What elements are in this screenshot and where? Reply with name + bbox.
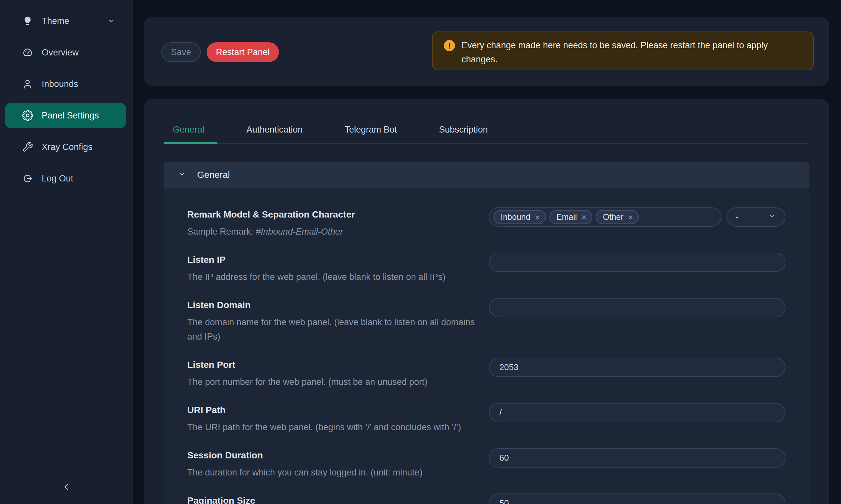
listen-ip-label: Listen IP [187, 253, 476, 267]
remark-model-label: Remark Model & Separation Character [187, 208, 476, 221]
uri-path-label: URI Path [187, 403, 476, 417]
general-panel-body: Remark Model & Separation Character Samp… [164, 188, 809, 504]
bulb-icon [22, 15, 33, 26]
settings-tabs: General Authentication Telegram Bot Subs… [164, 120, 809, 144]
sidebar-item-label: Theme [42, 16, 69, 26]
restart-panel-button[interactable]: Restart Panel [207, 42, 279, 62]
logout-icon [22, 173, 33, 184]
uri-path-input[interactable] [489, 403, 786, 422]
sidebar-collapse-button[interactable] [58, 480, 74, 496]
sidebar-item-label: Xray Configs [42, 142, 93, 152]
listen-ip-description: The IP address for the web panel. (leave… [187, 270, 476, 284]
session-duration-row: Session Duration The duration for which … [164, 448, 809, 480]
chevron-down-icon [177, 169, 187, 181]
pagination-size-input[interactable] [489, 493, 786, 504]
remark-model-row: Remark Model & Separation Character Samp… [164, 208, 809, 239]
separator-value: - [736, 212, 738, 222]
chevron-down-icon [106, 16, 116, 26]
sidebar-item-inbounds[interactable]: Inbounds [5, 71, 126, 97]
remove-tag-icon[interactable]: × [582, 213, 586, 221]
actions-card: Save Restart Panel ! Every change made h… [144, 17, 829, 86]
general-panel: General Remark Model & Separation Charac… [164, 162, 809, 504]
listen-domain-input[interactable] [489, 298, 786, 317]
remark-tag: Email × [549, 210, 593, 224]
sidebar-item-panel-settings[interactable]: Panel Settings [5, 103, 126, 128]
separator-select[interactable]: - [726, 208, 786, 227]
listen-domain-description: The domain name for the web panel. (leav… [187, 315, 476, 344]
tab-telegram-bot[interactable]: Telegram Bot [336, 120, 410, 143]
uri-path-description: The URI path for the web panel. (begins … [187, 420, 476, 434]
uri-path-row: URI Path The URI path for the web panel.… [164, 403, 809, 434]
tab-subscription[interactable]: Subscription [430, 120, 501, 143]
gear-icon [22, 110, 33, 121]
panel-title: General [197, 169, 230, 180]
alert-text: Every change made here needs to be saved… [462, 38, 802, 67]
remove-tag-icon[interactable]: × [535, 213, 540, 221]
restart-warning-alert: ! Every change made here needs to be sav… [432, 32, 814, 70]
listen-ip-input[interactable] [489, 253, 786, 272]
remark-sample-text: Sample Remark: #Inbound-Email-Other [187, 224, 476, 239]
remark-model-multiselect[interactable]: Inbound × Email × Other × [489, 208, 721, 227]
sidebar-item-label: Log Out [42, 174, 73, 184]
listen-port-row: Listen Port The port number for the web … [164, 358, 809, 389]
sidebar-item-xray-configs[interactable]: Xray Configs [5, 134, 126, 160]
tab-general[interactable]: General [164, 120, 218, 143]
listen-port-description: The port number for the web panel. (must… [187, 375, 476, 389]
chevron-down-icon [768, 212, 776, 222]
chevron-left-icon [61, 481, 72, 494]
sidebar-item-label: Overview [42, 48, 79, 58]
save-button[interactable]: Save [161, 42, 201, 62]
pagination-size-row: Pagination Size [164, 493, 809, 504]
panel-settings-page: Theme Overview [0, 0, 841, 504]
warning-icon: ! [444, 40, 455, 51]
user-icon [22, 78, 33, 90]
sidebar-item-overview[interactable]: Overview [5, 40, 126, 65]
listen-port-input[interactable] [489, 358, 786, 377]
sidebar-item-logout[interactable]: Log Out [5, 166, 126, 191]
listen-ip-row: Listen IP The IP address for the web pan… [164, 253, 809, 284]
sidebar-item-theme[interactable]: Theme [5, 8, 126, 34]
listen-domain-row: Listen Domain The domain name for the we… [164, 298, 809, 344]
listen-port-label: Listen Port [187, 358, 476, 372]
general-panel-header[interactable]: General [164, 162, 809, 188]
pagination-size-label: Pagination Size [187, 494, 476, 504]
sidebar-item-label: Panel Settings [42, 111, 99, 121]
session-duration-label: Session Duration [187, 449, 476, 462]
remove-tag-icon[interactable]: × [628, 213, 633, 221]
tab-authentication[interactable]: Authentication [237, 120, 316, 143]
listen-domain-label: Listen Domain [187, 299, 476, 312]
remark-tag: Other × [596, 210, 639, 224]
session-duration-input[interactable] [489, 448, 786, 468]
sidebar-item-label: Inbounds [42, 79, 78, 89]
remark-tag: Inbound × [494, 210, 546, 224]
gauge-icon [22, 47, 33, 58]
wrench-icon [22, 141, 33, 152]
settings-card: General Authentication Telegram Bot Subs… [144, 99, 829, 504]
session-duration-description: The duration for which you can stay logg… [187, 465, 476, 480]
sidebar: Theme Overview [0, 0, 133, 504]
